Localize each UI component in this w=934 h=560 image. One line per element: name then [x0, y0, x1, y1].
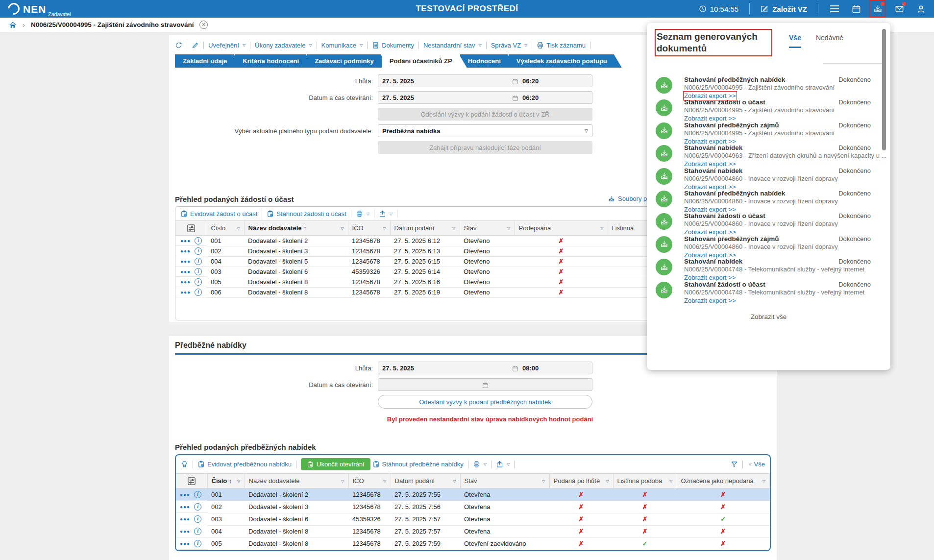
refresh-button[interactable] — [175, 42, 182, 49]
register-pn-button[interactable]: Evidovat předběžnou nabídku — [197, 461, 292, 468]
panel-scrollbar[interactable] — [882, 29, 886, 150]
column-header[interactable]: IČO — [348, 221, 390, 236]
tab[interactable]: Kritéria hodnocení — [235, 54, 314, 68]
print-button[interactable]: ▽ — [473, 461, 487, 468]
filter-triangle-icon[interactable] — [600, 224, 603, 231]
filter-triangle-icon[interactable] — [507, 224, 510, 231]
tab[interactable]: Hodnocení — [460, 54, 516, 68]
calendar-icon[interactable] — [512, 94, 518, 101]
generated-doc-item[interactable]: Stahování žádostí o účast N006/25/V00004… — [656, 98, 871, 121]
export-button[interactable]: ▽ — [496, 461, 510, 468]
table-row[interactable]: ●●●i 003 Dodavatel - školení 6 45359326 … — [176, 513, 770, 525]
tab-recent[interactable]: Nedávné — [816, 34, 843, 48]
row-menu-icon[interactable]: ●●● — [180, 492, 190, 497]
filter-triangle-icon[interactable] — [452, 224, 455, 231]
edit-button[interactable] — [192, 42, 199, 49]
deadline-field[interactable]: 27. 5. 2025 06:20 — [378, 74, 592, 87]
info-icon[interactable]: i — [194, 515, 201, 523]
column-header[interactable]: Název dodavatele ↑ — [244, 221, 348, 236]
info-icon[interactable]: i — [195, 289, 202, 296]
generated-doc-item[interactable]: Stahování předběžných zájmů N006/25/V000… — [656, 235, 871, 258]
column-header[interactable]: Podepsána — [515, 221, 608, 236]
info-icon[interactable]: i — [195, 237, 202, 244]
messages-button[interactable] — [894, 3, 905, 15]
row-menu-icon[interactable]: ●●● — [180, 504, 190, 510]
info-icon[interactable]: i — [194, 503, 201, 511]
calendar-button[interactable] — [851, 3, 861, 15]
register-request-button[interactable]: Evidovat žádost o účast — [180, 210, 257, 218]
export-button[interactable]: ▽ — [379, 210, 393, 218]
filter-triangle-icon[interactable] — [383, 477, 386, 484]
next-phase-button[interactable]: Zahájit přípravu následující fáze podání — [378, 141, 592, 154]
submission-type-select[interactable]: Předběžná nabídka ▽ — [378, 124, 592, 137]
info-icon[interactable]: i — [195, 278, 202, 286]
filter-triangle-icon[interactable] — [606, 477, 609, 484]
row-menu-icon[interactable]: ●●● — [180, 279, 191, 285]
generated-doc-item[interactable]: Stahování nabídek N006/25/V00004963 - Zř… — [656, 144, 871, 167]
filter-triangle-icon[interactable] — [341, 477, 344, 484]
filter-triangle-icon[interactable] — [762, 477, 765, 484]
table-row[interactable]: ●●●i 004 Dodavatel - školení 8 12345678 … — [176, 525, 770, 537]
table-row[interactable]: ●●●i 002 Dodavatel - školení 3 12345678 … — [176, 501, 770, 513]
info-icon[interactable]: i — [195, 268, 202, 275]
menu-contracting-tasks[interactable]: Úkony zadavatele▽ — [255, 42, 312, 49]
column-header[interactable]: Stav — [460, 474, 549, 488]
calendar-icon[interactable] — [512, 77, 518, 84]
finish-opening-button[interactable]: Ukončit otevírání — [301, 458, 370, 470]
rosette-button[interactable] — [181, 461, 188, 468]
row-menu-icon[interactable]: ●●● — [180, 529, 190, 534]
generated-doc-item[interactable]: Stahování žádostí o účast N006/25/V00004… — [656, 281, 871, 303]
generated-doc-item[interactable]: Stahování předběžných nabídek N006/25/V0… — [656, 190, 871, 212]
generated-doc-item[interactable]: Stahování nabídek N006/25/V00004748 - Te… — [656, 258, 871, 280]
info-icon[interactable]: i — [195, 247, 202, 255]
filter-triangle-icon[interactable] — [453, 477, 456, 484]
column-header[interactable]: Podaná po lhůtě — [549, 474, 613, 488]
print-button[interactable]: ▽ — [356, 210, 369, 218]
filter-triangle-icon[interactable] — [237, 224, 240, 231]
tab[interactable]: Zadávací podmínky — [307, 54, 389, 68]
row-menu-icon[interactable]: ●●● — [180, 238, 191, 243]
column-header[interactable]: Označena jako nepodaná — [677, 474, 770, 488]
menu-communication[interactable]: Komunikace▽ — [321, 42, 363, 49]
user-button[interactable] — [915, 3, 926, 15]
generated-doc-item[interactable]: Stahování nabídek N006/25/V00004860 - In… — [656, 167, 871, 190]
row-menu-icon[interactable]: ●●● — [180, 516, 190, 522]
column-header[interactable]: Datum podání — [390, 221, 460, 236]
info-icon[interactable]: i — [194, 540, 201, 547]
row-menu-icon[interactable]: ●●● — [180, 259, 191, 264]
filter-button[interactable] — [731, 461, 738, 468]
downloads-button[interactable] — [872, 3, 883, 15]
tab[interactable]: Výsledek zadávacího postupu — [509, 54, 622, 68]
download-requests-button[interactable]: Stáhnout žádosti o účast — [267, 210, 346, 218]
download-pn-button[interactable]: Stáhnout předběžné nabídky — [372, 461, 464, 468]
row-menu-icon[interactable]: ●●● — [180, 290, 191, 295]
view-all-filter[interactable]: ▽Vše — [747, 461, 765, 468]
column-header[interactable]: Stav — [460, 221, 515, 236]
home-icon[interactable] — [9, 21, 17, 29]
menu-button[interactable] — [829, 3, 840, 15]
close-record-icon[interactable]: ✕ — [199, 21, 208, 29]
filter-triangle-icon[interactable] — [542, 477, 545, 484]
column-header[interactable]: Číslo ↑ — [207, 474, 245, 488]
calendar-icon[interactable] — [512, 364, 518, 371]
pn-opening-field[interactable] — [378, 378, 592, 391]
generated-doc-item[interactable]: Stahování žádostí o účast N006/25/V00004… — [656, 212, 871, 235]
menu-documents[interactable]: Dokumenty — [372, 42, 414, 49]
menu-print-record[interactable]: Tisk záznamu — [537, 42, 586, 49]
row-menu-icon[interactable]: ●●● — [180, 248, 191, 254]
send-pn-request-button[interactable]: Odeslání výzvy k podání předběžných nabí… — [378, 395, 592, 409]
column-header[interactable]: Číslo — [207, 221, 244, 236]
filter-triangle-icon[interactable] — [669, 477, 672, 484]
column-header[interactable]: Listinná podoba — [613, 474, 677, 488]
opening-field[interactable]: 27. 5. 2025 06:20 — [378, 91, 592, 104]
row-menu-icon[interactable]: ●●● — [180, 541, 190, 546]
menu-publish[interactable]: Uveřejnění▽ — [208, 42, 246, 49]
tab-all[interactable]: Vše — [789, 34, 801, 48]
filter-triangle-icon[interactable] — [341, 224, 344, 231]
generated-doc-item[interactable]: Stahování předběžných nabídek N006/25/V0… — [656, 76, 871, 98]
column-header[interactable]: IČO — [348, 474, 391, 488]
column-header[interactable]: Název dodavatele — [245, 474, 348, 488]
show-export-link[interactable]: Zobrazit export >> — [684, 297, 736, 304]
tab[interactable]: Základní údaje — [175, 54, 242, 68]
show-all-link[interactable]: Zobrazit vše — [647, 313, 890, 320]
